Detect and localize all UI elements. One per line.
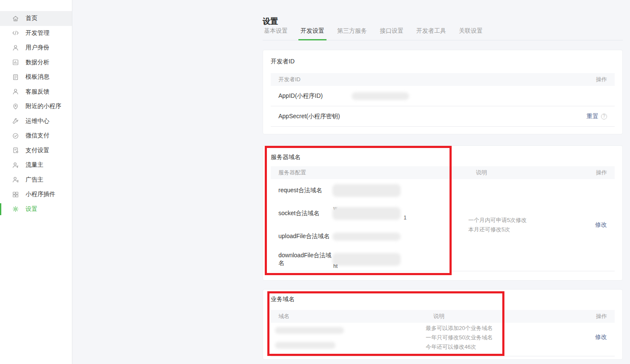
modify-business-domain-link[interactable]: 修改 xyxy=(595,333,607,341)
sidebar-item-settings[interactable]: 设置 xyxy=(0,202,72,217)
bar-chart-icon xyxy=(12,59,19,66)
uploadfile-domain-row: uploadFile合法域名 xyxy=(278,225,468,248)
downloadfile-domain-label: downloadFile合法域名 xyxy=(278,252,332,267)
col-developer-id: 开发者ID xyxy=(278,76,301,83)
appsecret-label: AppSecret(小程序密钥) xyxy=(278,113,352,120)
sidebar-item-traffic-owner[interactable]: 流量主 xyxy=(0,158,72,173)
col-server-config: 服务器配置 xyxy=(278,169,476,176)
redacted-appid-value xyxy=(352,92,409,100)
server-note-line-1: 一个月内可申请5次修改 xyxy=(468,216,527,225)
uploadfile-domain-label: uploadFile合法域名 xyxy=(278,233,332,240)
socket-domain-label: socket合法域名 xyxy=(278,210,332,217)
business-note-line-1: 最多可以添加20个业务域名 xyxy=(426,324,493,333)
gear-icon xyxy=(12,205,19,213)
business-domain-card: 业务域名 域名 说明 操作 最多可以添加20个业务域名 一年只可修改50次业务域… xyxy=(263,289,623,360)
socket-domain-visible-fragment-end: 1 xyxy=(404,215,407,221)
code-icon xyxy=(12,29,19,37)
page-title: 设置 xyxy=(263,16,278,26)
business-domain-note: 最多可以添加20个业务域名 一年只可修改50次业务域名 今年还可以修改46次 xyxy=(426,323,595,352)
request-domain-row: request合法域名 xyxy=(278,179,468,202)
sidebar-item-label: 附近的小程序 xyxy=(26,102,61,110)
redacted-downloadfile-domain-value xyxy=(332,253,401,266)
sidebar-item-nearby-mp[interactable]: 附近的小程序 xyxy=(0,99,72,114)
sidebar-item-label: 开发管理 xyxy=(26,29,49,37)
redacted-business-domain-2 xyxy=(275,342,335,349)
plugin-grid-icon xyxy=(12,191,19,198)
tab-basic-settings[interactable]: 基本设置 xyxy=(263,26,289,40)
sidebar-item-advertiser[interactable]: 广告主 xyxy=(0,173,72,188)
col-domain: 域名 xyxy=(278,313,433,320)
sidebar-item-wechat-pay[interactable]: 微信支付 xyxy=(0,128,72,143)
sidebar-item-feedback[interactable]: 客服反馈 xyxy=(0,85,72,100)
sidebar-item-data-analysis[interactable]: 数据分析 xyxy=(0,55,72,70)
redacted-socket-domain-value xyxy=(332,207,401,220)
server-domain-title: 服务器域名 xyxy=(271,153,615,161)
user-yen-icon xyxy=(12,162,19,169)
template-doc-icon xyxy=(12,74,19,81)
sidebar-item-label: 模板消息 xyxy=(26,73,49,81)
server-note-line-2: 本月还可修改5次 xyxy=(468,225,527,234)
sidebar-item-mp-plugin[interactable]: 小程序插件 xyxy=(0,187,72,202)
sidebar-item-label: 微信支付 xyxy=(26,132,49,139)
sidebar-item-template-msg[interactable]: 模板消息 xyxy=(0,70,72,85)
appid-row: AppID(小程序ID) xyxy=(271,86,615,106)
col-note: 说明 xyxy=(433,313,596,320)
location-pin-icon xyxy=(12,103,19,110)
modify-server-domain-link[interactable]: 修改 xyxy=(595,221,607,229)
pay-check-icon xyxy=(12,132,19,139)
service-user-icon xyxy=(12,88,19,95)
settings-tabs: 基本设置开发设置第三方服务接口设置开发者工具关联设置 xyxy=(263,26,623,40)
business-domain-rows xyxy=(271,323,426,352)
col-action: 操作 xyxy=(596,313,607,320)
tab-third-party-services[interactable]: 第三方服务 xyxy=(336,26,368,40)
sidebar: 首页开发管理用户身份数据分析模板消息客服反馈附近的小程序运维中心微信支付支付设置… xyxy=(0,0,72,364)
redacted-business-domain-1 xyxy=(275,327,344,334)
redacted-request-domain-value xyxy=(332,184,401,197)
request-domain-label: request合法域名 xyxy=(278,187,332,194)
reset-appsecret-link[interactable]: 重置 xyxy=(587,113,598,119)
developer-id-title: 开发者ID xyxy=(271,57,615,65)
server-domain-table-header: 服务器配置 说明 操作 xyxy=(271,166,615,179)
business-note-line-2: 一年只可修改50次业务域名 xyxy=(426,333,493,342)
sidebar-item-label: 小程序插件 xyxy=(26,191,55,198)
business-note-line-3: 今年还可以修改46次 xyxy=(426,342,493,352)
appid-label: AppID(小程序ID) xyxy=(278,92,352,100)
sidebar-item-pay-settings[interactable]: 支付设置 xyxy=(0,143,72,158)
business-domain-table-body: 最多可以添加20个业务域名 一年只可修改50次业务域名 今年还可以修改46次 修… xyxy=(271,323,615,356)
server-domain-rows: request合法域名 socket合法域名 w 1 uploadFile合法域… xyxy=(271,179,468,271)
server-domain-card: 服务器域名 服务器配置 说明 操作 request合法域名 socket合法域名… xyxy=(263,145,623,281)
sidebar-item-dev-manage[interactable]: 开发管理 xyxy=(0,26,72,41)
home-icon xyxy=(12,15,19,22)
server-domain-note: 一个月内可申请5次修改 本月还可修改5次 xyxy=(468,179,595,271)
appsecret-row: AppSecret(小程序密钥) 重置? xyxy=(271,106,615,127)
sidebar-item-ops-center[interactable]: 运维中心 xyxy=(0,114,72,129)
tab-related-settings[interactable]: 关联设置 xyxy=(458,26,484,40)
developer-id-table-header: 开发者ID 操作 xyxy=(271,73,615,86)
sidebar-item-label: 运维中心 xyxy=(26,117,49,125)
tab-dev-settings[interactable]: 开发设置 xyxy=(299,26,326,40)
sidebar-item-label: 支付设置 xyxy=(26,147,49,154)
business-domain-title: 业务域名 xyxy=(271,295,615,303)
user-ad-icon xyxy=(12,176,19,183)
sidebar-item-label: 设置 xyxy=(26,205,37,213)
sidebar-item-label: 广告主 xyxy=(26,176,43,184)
sidebar-item-label: 数据分析 xyxy=(26,59,49,66)
sidebar-item-home[interactable]: 首页 xyxy=(0,11,72,26)
wrench-icon xyxy=(12,117,19,125)
sidebar-item-label: 流量主 xyxy=(26,161,43,169)
col-note: 说明 xyxy=(476,169,596,176)
tab-api-settings[interactable]: 接口设置 xyxy=(378,26,405,40)
user-icon xyxy=(12,44,19,51)
downloadfile-domain-visible-fragment: ht xyxy=(333,263,338,269)
downloadfile-domain-row: downloadFile合法域名 ht xyxy=(278,248,468,271)
sidebar-item-user-identity[interactable]: 用户身份 xyxy=(0,40,72,55)
sidebar-item-label: 用户身份 xyxy=(26,44,49,51)
col-action: 操作 xyxy=(596,169,607,176)
sidebar-item-label: 首页 xyxy=(26,14,37,22)
business-domain-table-header: 域名 说明 操作 xyxy=(271,310,615,323)
sidebar-item-label: 客服反馈 xyxy=(26,88,49,96)
question-icon[interactable]: ? xyxy=(601,114,607,119)
socket-domain-row: socket合法域名 w 1 xyxy=(278,202,468,225)
redacted-uploadfile-domain-value xyxy=(332,233,401,241)
tab-developer-tools[interactable]: 开发者工具 xyxy=(415,26,447,40)
